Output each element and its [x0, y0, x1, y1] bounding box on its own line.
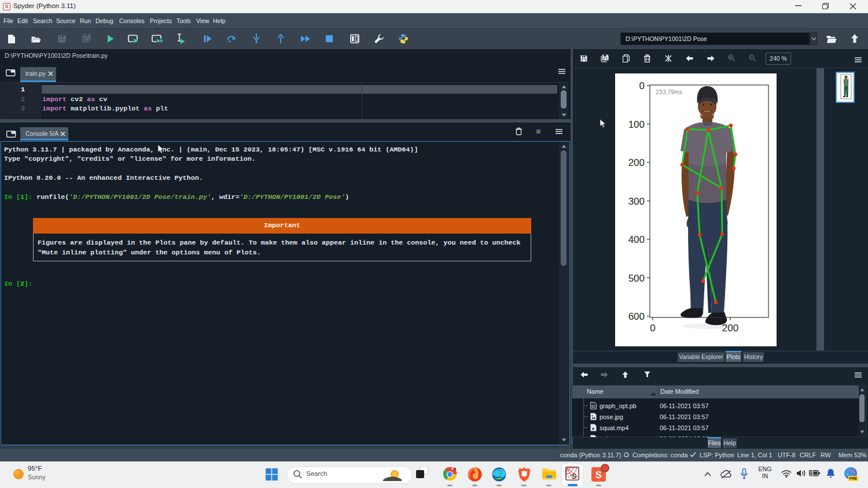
- svg-text:S: S: [572, 472, 577, 480]
